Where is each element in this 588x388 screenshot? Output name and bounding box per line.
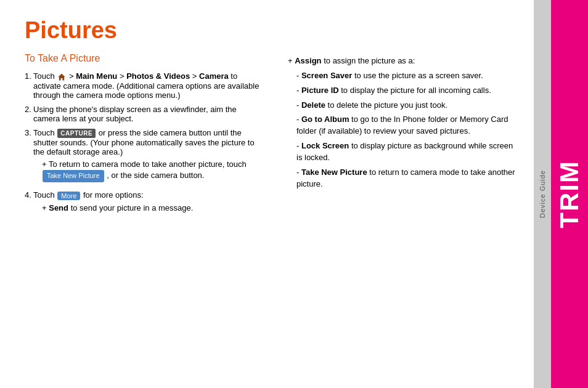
step-2: 2. Using the phone's display screen as a… [25,105,261,123]
lock-screen-label: Lock Screen [301,141,349,150]
take-new-picture-button: Take New Picture [43,170,104,182]
picture-id-label: Picture ID [301,86,339,95]
lock-screen-option: Lock Screen to display picture as backgr… [296,140,515,164]
step-2-number: 2. [25,105,33,123]
section-heading: To Take A Picture [25,53,261,64]
photos-videos-label: Photos & Videos [126,71,190,81]
delete-option: Delete to delete the picture you just to… [296,100,515,111]
assign-label: Assign [295,56,321,65]
step-4-body: Touch More for more options: Send to sen… [33,190,261,217]
step-4-number: 4. [25,190,33,217]
svg-marker-0 [59,73,65,80]
send-label: Send [49,203,68,212]
assign-subitems: Screen Saver to use the picture as a scr… [288,70,515,190]
capture-button: CAPTURE [57,129,96,138]
home-icon [57,73,66,81]
go-to-album-option: Go to Album to go to the In Phone folder… [296,114,515,137]
picture-id-option: Picture ID to display the picture for al… [296,85,515,97]
send-option: Send to send your picture in a message. [42,203,261,214]
right-column: Assign to assign the picture as a: Scree… [279,53,515,222]
camera-label: Camera [199,71,229,81]
step-1-body: Touch > Main Menu > Photos & Videos > Ca… [33,71,261,100]
step-3-body: Touch CAPTURE or press the side camera b… [33,128,261,186]
two-column-layout: To Take A Picture 1. Touch > Main Menu >… [25,53,515,222]
main-menu-label: Main Menu [76,71,117,81]
step-3-number: 3. [25,128,33,186]
screen-saver-option: Screen Saver to use the picture as a scr… [296,70,515,82]
trim-text: TRIM [555,160,584,228]
delete-label: Delete [301,100,325,110]
main-content: Pictures To Take A Picture 1. Touch > Ma… [0,0,534,388]
screen-saver-label: Screen Saver [301,71,352,80]
take-new-picture-label: Take New Picture [301,168,367,177]
step-4: 4. Touch More for more options: Send to … [25,190,261,217]
step-1-number: 1. [25,71,33,100]
trim-sidebar: TRIM [551,0,588,388]
step-1: 1. Touch > Main Menu > Photos & Videos >… [25,71,261,100]
step-3-sublist: To return to camera mode to take another… [33,159,261,183]
device-guide-text: Device Guide [539,170,546,218]
more-button: More [57,192,80,200]
step-3: 3. Touch CAPTURE or press the side camer… [25,128,261,186]
step-2-body: Using the phone's display screen as a vi… [33,105,261,123]
assign-option: Assign to assign the picture as a: [288,55,515,67]
take-new-picture-option: Take New Picture to return to camera mod… [296,167,515,190]
go-to-album-label: Go to Album [301,115,349,124]
page-title: Pictures [25,18,515,42]
step-3-sub-1: To return to camera mode to take another… [42,159,261,183]
device-guide-sidebar: Device Guide [534,0,551,388]
left-column: To Take A Picture 1. Touch > Main Menu >… [25,53,261,222]
step-4-sublist: Send to send your picture in a message. [33,203,261,214]
right-col-items: Assign to assign the picture as a: Scree… [279,55,515,190]
